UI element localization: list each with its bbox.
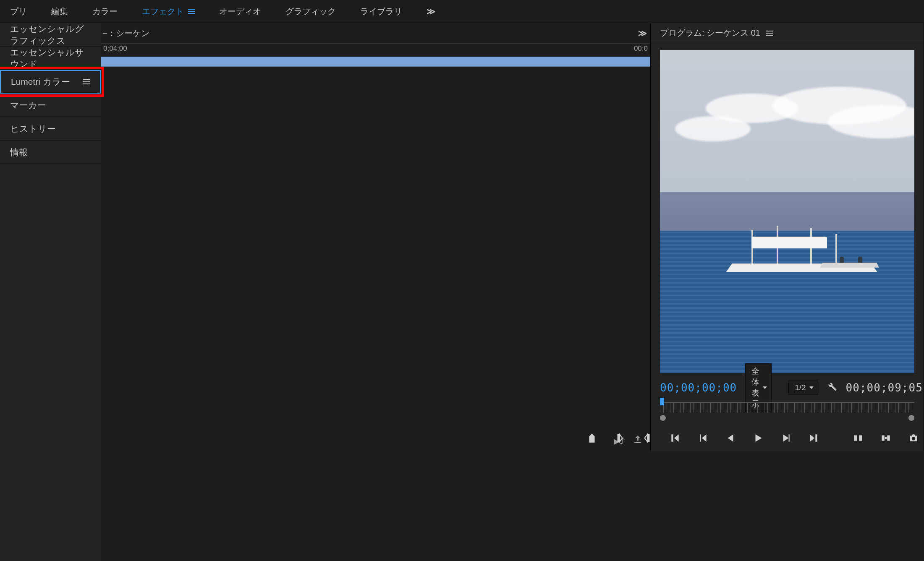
workspace-tab[interactable]: グラフィック [280, 3, 342, 21]
program-scrubber[interactable] [651, 398, 924, 425]
frame-back-button[interactable] [725, 431, 736, 445]
workspace-tab[interactable]: ライブラリ [354, 3, 408, 21]
extract-button[interactable] [880, 431, 891, 445]
transport-controls: + [651, 425, 924, 451]
lift-button[interactable] [853, 431, 864, 445]
workspace-tabs-bar: プリ 編集 カラー エフェクト オーディオ グラフィック ライブラリ ≫ [0, 0, 924, 23]
right-panel-stack: エッセンシャルグラフィックス エッセンシャルサウンド Lumetri カラー マ… [0, 23, 101, 561]
ruler-tick: 00;0 [634, 44, 648, 53]
playback-resolution-dropdown[interactable]: 1/2 [788, 381, 818, 395]
mark-in-button[interactable] [614, 431, 625, 445]
frame-forward-button[interactable] [780, 431, 791, 445]
go-to-out-button[interactable] [808, 431, 819, 445]
export-frame-button[interactable] [908, 431, 919, 445]
source-panel-title: −：シーケン [102, 28, 149, 39]
playhead-handle[interactable] [660, 398, 664, 405]
zoom-handle-left[interactable] [660, 415, 666, 421]
mark-out-button[interactable] [642, 431, 653, 445]
panel-history[interactable]: ヒストリー [0, 117, 101, 141]
add-marker-button[interactable] [586, 431, 597, 445]
export-icon[interactable] [633, 435, 643, 447]
current-timecode[interactable]: 00;00;00;00 [660, 381, 737, 394]
workspace-tab-active[interactable]: エフェクト [136, 3, 201, 21]
panel-essential-graphics[interactable]: エッセンシャルグラフィックス [0, 23, 101, 47]
source-panel: −：シーケン ≫ 0;04;00 00;0 ▶♪ [101, 23, 651, 451]
viewport-content-smallboat [820, 257, 879, 268]
workspace-tab[interactable]: 編集 [45, 3, 74, 21]
workspace-tab[interactable]: オーディオ [213, 3, 267, 21]
settings-wrench-icon[interactable] [827, 381, 838, 395]
duration-timecode: 00;00;09;05 [846, 381, 923, 394]
program-title: プログラム: シーケンス 01 [660, 27, 760, 39]
hamburger-icon[interactable] [188, 9, 195, 14]
step-back-button[interactable] [697, 431, 708, 445]
source-clip[interactable] [101, 57, 650, 67]
program-monitor-panel: プログラム: シーケンス 01 [651, 23, 924, 451]
workspace-tab[interactable]: プリ [4, 3, 33, 21]
panel-info[interactable]: 情報 [0, 141, 101, 164]
panel-markers[interactable]: マーカー [0, 94, 101, 117]
panel-essential-sound[interactable]: エッセンシャルサウンド [0, 47, 101, 70]
panel-lumetri-color[interactable]: Lumetri カラー [0, 70, 101, 94]
panel-overflow-button[interactable]: ≫ [638, 28, 645, 38]
program-viewport[interactable] [660, 50, 914, 373]
play-button[interactable] [753, 431, 764, 445]
workspace-overflow-button[interactable]: ≫ [421, 3, 440, 20]
panel-menu-icon[interactable] [766, 31, 773, 36]
source-ruler[interactable]: 0;04;00 00;0 [101, 43, 650, 54]
zoom-handle-right[interactable] [908, 415, 914, 421]
workspace-tab[interactable]: カラー [86, 3, 123, 21]
go-to-in-button[interactable] [670, 431, 681, 445]
panel-menu-icon[interactable] [83, 79, 90, 84]
ruler-tick: 0;04;00 [103, 44, 127, 53]
